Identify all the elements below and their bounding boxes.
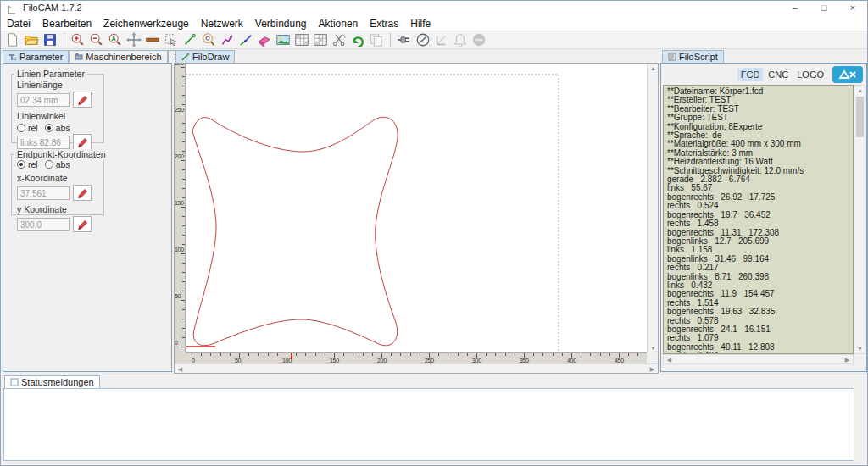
- linienwinkel-input[interactable]: links 82.86: [17, 136, 70, 149]
- script-vertical-scrollbar[interactable]: ▲ ▼: [854, 85, 865, 354]
- angle-line-icon: [238, 32, 253, 47]
- ruler-h-label: 350: [520, 358, 529, 363]
- ruler-v-label: 250: [175, 107, 184, 113]
- ruler-v-label: 150: [175, 200, 184, 206]
- menu-aktionen[interactable]: Aktionen: [313, 16, 364, 31]
- filoscript-icon: [668, 53, 676, 61]
- zoom-fit-button[interactable]: A: [106, 31, 125, 48]
- draw-horizontal-scrollbar[interactable]: ◀ ▶: [175, 363, 658, 373]
- scroll-down-icon[interactable]: ▼: [648, 343, 659, 352]
- pan-icon: [126, 32, 142, 47]
- angle-line-button[interactable]: [236, 31, 255, 48]
- open-folder-button[interactable]: [22, 31, 41, 48]
- menu-zeichenwerkzeuge[interactable]: Zeichenwerkzeuge: [97, 16, 195, 31]
- draw-vertical-scrollbar[interactable]: ▲ ▼: [647, 64, 658, 352]
- maximize-button[interactable]: □: [810, 1, 838, 16]
- tab-maschinenbereich[interactable]: Maschinenbereich: [69, 50, 167, 63]
- subtab-cnc[interactable]: CNC: [765, 68, 792, 81]
- cut-contour-icon: [331, 32, 347, 47]
- menu-hilfe[interactable]: Hilfe: [404, 16, 437, 31]
- zoom-in-button[interactable]: [69, 31, 87, 48]
- draw-line-button[interactable]: [181, 31, 199, 48]
- script-line: bogenrechts 19.63 32.835: [667, 308, 853, 316]
- menu-verbindung[interactable]: Verbindung: [249, 16, 313, 31]
- ruler-h-label: 0: [192, 358, 195, 363]
- y-koordinate-input[interactable]: 300.0: [17, 218, 70, 231]
- eraser-button[interactable]: [255, 31, 274, 48]
- ruler-h-label: 400: [567, 358, 576, 363]
- ruler-v-label: 50: [175, 293, 181, 299]
- script-scroll-up-icon[interactable]: ▲: [854, 86, 865, 95]
- linienlaenge-edit-button[interactable]: [73, 92, 92, 108]
- copy-contour-button: [367, 31, 386, 48]
- brand-logo-button[interactable]: [832, 66, 863, 83]
- polyline-button[interactable]: [218, 31, 236, 48]
- svg-text:A: A: [112, 35, 116, 42]
- subtab-logo[interactable]: LOGO: [793, 68, 827, 81]
- ruler-v-label: 100: [175, 247, 184, 252]
- polyline-icon: [220, 32, 235, 47]
- script-horizontal-scrollbar[interactable]: ◀ ▶: [663, 354, 854, 364]
- linienwinkel-edit-button[interactable]: [73, 134, 92, 150]
- parameter-icon: [8, 53, 17, 61]
- endpunkt-radio-abs[interactable]: abs: [45, 159, 70, 169]
- scroll-up-icon[interactable]: ▲: [648, 64, 659, 73]
- x-koordinate-input[interactable]: 37.561: [17, 186, 70, 200]
- menu-bar: DateiBearbeitenZeichenwerkzeugeNetzwerkV…: [1, 16, 867, 31]
- parameter-panel-body: Linien Parameter Linienlänge 02.34 mm Li…: [3, 63, 172, 372]
- select-region-button[interactable]: [162, 31, 181, 48]
- scroll-left-icon[interactable]: ◀: [175, 364, 186, 374]
- scroll-right-icon[interactable]: ▶: [647, 364, 658, 374]
- plug-connect-button[interactable]: [395, 31, 414, 48]
- minimize-button[interactable]: –: [781, 1, 810, 16]
- select-region-icon: [164, 32, 179, 47]
- app-window: FiloCAM 1.7.2 – □ × DateiBearbeitenZeich…: [0, 0, 868, 466]
- tab-parameter[interactable]: Parameter: [3, 50, 69, 63]
- ruler-cursor-mark: [291, 353, 292, 359]
- y-koordinate-edit-button[interactable]: [73, 216, 92, 232]
- brand-logo-icon: [837, 69, 859, 80]
- new-file-button[interactable]: [3, 31, 22, 48]
- endpunkt-radio-rel[interactable]: rel: [17, 159, 38, 169]
- grid-view-2-button[interactable]: [311, 31, 330, 48]
- ruler-h-label: 250: [425, 358, 434, 363]
- menu-netzwerk[interactable]: Netzwerk: [195, 16, 249, 31]
- machine-icon: [75, 53, 83, 61]
- close-button[interactable]: ×: [838, 1, 867, 16]
- pan-button[interactable]: [125, 31, 143, 48]
- menu-datei[interactable]: Datei: [1, 16, 36, 31]
- save-button[interactable]: [41, 31, 59, 48]
- machine-gauge-icon: [415, 32, 431, 47]
- tab-filodraw[interactable]: FiloDraw: [175, 50, 235, 63]
- ruler-corner: [175, 352, 186, 363]
- linienlaenge-input[interactable]: 02.34 mm: [17, 93, 70, 107]
- insert-image-button[interactable]: [274, 31, 292, 48]
- script-scroll-down-icon[interactable]: ▼: [854, 344, 865, 353]
- menu-extras[interactable]: Extras: [364, 16, 404, 31]
- notify-bell-button: [451, 31, 470, 48]
- script-scroll-right-icon[interactable]: ▶: [842, 355, 853, 364]
- tab-statusmeldungen[interactable]: Statusmeldungen: [4, 375, 100, 388]
- subtab-fcd[interactable]: FCD: [737, 68, 764, 81]
- zoom-selection-button[interactable]: [199, 31, 218, 48]
- toolbar-separator: [64, 32, 64, 47]
- status-icon: [10, 378, 19, 386]
- script-scroll-left-icon[interactable]: ◀: [664, 355, 675, 364]
- linienwinkel-radio-rel[interactable]: rel: [17, 123, 38, 133]
- draw-frame: 300250200150100500 ▲ ▼ 05010015020025030…: [174, 63, 659, 374]
- line-width-button[interactable]: [143, 31, 162, 48]
- ruler-h-label: 450: [615, 358, 624, 363]
- menu-bearbeiten[interactable]: Bearbeiten: [36, 16, 97, 31]
- x-koordinate-edit-button[interactable]: [73, 185, 92, 201]
- drawing-canvas[interactable]: [186, 64, 647, 352]
- tab-filoscript[interactable]: FiloScript: [662, 50, 724, 63]
- grid-view-1-button[interactable]: [292, 31, 311, 48]
- zoom-out-button[interactable]: [87, 31, 106, 48]
- import-contour-button[interactable]: [348, 31, 367, 48]
- cut-contour-button[interactable]: [330, 31, 348, 48]
- machine-gauge-button[interactable]: [414, 31, 432, 48]
- script-text-area[interactable]: **Dateiname: Körper1.fcd**Ersteller: TES…: [663, 85, 854, 354]
- grid-view-2-icon: [313, 32, 328, 47]
- linienwinkel-radio-abs[interactable]: abs: [45, 123, 70, 133]
- new-file-icon: [5, 32, 20, 47]
